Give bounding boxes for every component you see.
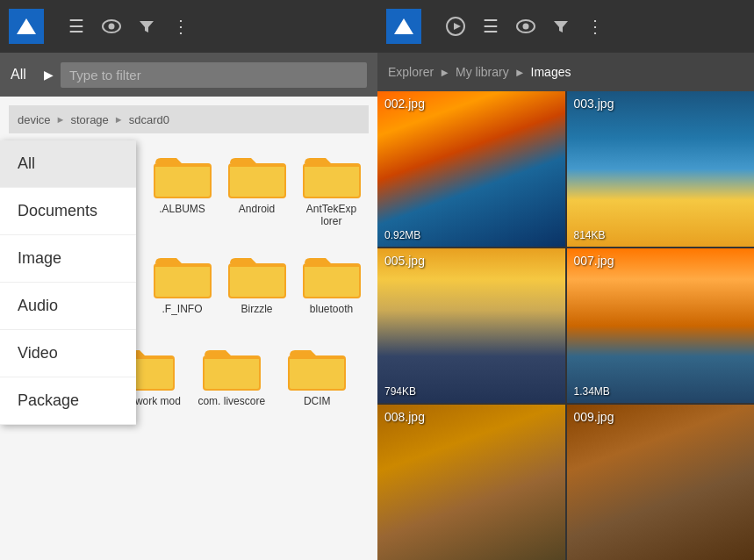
left-panel: ☰ ⋮ All ▶ device ► storage ► sdcard0 [0,0,377,560]
more-icon[interactable]: ⋮ [586,16,604,37]
breadcrumb-arrow-2: ► [514,66,526,79]
folder-icon [152,251,213,299]
dropdown-item-all[interactable]: All [0,140,136,188]
right-toolbar: ☰ ⋮ [377,0,754,53]
filter-label: All [11,67,37,83]
filter-input[interactable] [61,62,367,88]
image-label: 005.jpg [384,254,425,268]
folder-label: DCIM [304,395,331,407]
image-grid: 002.jpg 0.92MB 003.jpg 814KB 005.jpg 794… [377,91,754,560]
folder-label: .F_INFO [162,303,202,315]
eye-icon[interactable] [102,19,121,33]
filter-bar: All ▶ [0,53,377,97]
folder-icon [152,151,213,199]
folder-com-livescore[interactable]: com. livescore [189,338,275,426]
right-toolbar-icons: ☰ ⋮ [446,16,604,37]
folder-label: AntTekExp lorer [298,203,365,228]
folder-bluetooth[interactable]: bluetooth [294,246,369,320]
right-panel: ☰ ⋮ Explorer ► My library ► Images 002.j… [377,0,754,560]
image-size: 0.92MB [384,229,420,241]
breadcrumb-arrow-1: ► [439,66,450,79]
logo-triangle-icon [17,18,36,34]
dropdown-item-package[interactable]: Package [0,377,136,425]
image-003[interactable]: 003.jpg 814KB [567,91,755,247]
breadcrumb-sdcard: sdcard0 [129,113,169,126]
image-label: 002.jpg [384,97,425,111]
image-009[interactable]: 009.jpg [567,405,755,560]
folder-label: Android [239,203,275,215]
folder-label: bluetooth [310,303,353,315]
breadcrumb-explorer[interactable]: Explorer [388,65,434,79]
folder-birzzle[interactable]: Birzzle [219,246,294,320]
breadcrumb-arrow-1: ► [56,114,66,125]
folder-icon [286,343,348,391]
left-logo [9,9,44,44]
folder-finfo[interactable]: .F_INFO [145,246,219,320]
eye-icon[interactable] [516,19,535,33]
image-label: 007.jpg [574,254,614,268]
breadcrumb-storage: storage [70,113,108,126]
filter-icon[interactable] [553,19,569,33]
svg-marker-4 [454,23,461,30]
folder-icon [301,251,363,299]
image-007[interactable]: 007.jpg 1.34MB [567,248,755,404]
folder-albums[interactable]: .ALBUMS [145,146,219,233]
folder-label: .ALBUMS [159,203,205,215]
folder-label: com. livescore [197,395,265,407]
image-label: 009.jpg [574,410,614,424]
filter-dropdown: All Documents Image Audio Video Package [0,140,136,425]
right-breadcrumb: Explorer ► My library ► Images [377,53,754,91]
play-icon[interactable] [446,17,465,36]
dropdown-item-video[interactable]: Video [0,330,136,377]
svg-point-6 [523,24,529,30]
folder-icon [201,343,262,391]
image-002[interactable]: 002.jpg 0.92MB [377,91,565,247]
filter-icon[interactable] [139,19,154,33]
left-toolbar-icons: ☰ ⋮ [68,16,190,37]
dropdown-item-documents[interactable]: Documents [0,188,136,235]
right-logo [386,9,421,44]
image-label: 003.jpg [574,97,614,111]
folder-android[interactable]: Android [219,146,294,233]
copy-icon[interactable]: ☰ [68,16,84,37]
folder-icon [226,251,288,299]
image-008[interactable]: 008.jpg [377,405,565,560]
breadcrumb-images[interactable]: Images [531,65,571,79]
svg-marker-2 [140,21,154,32]
image-size: 814KB [574,229,606,241]
filter-dropdown-arrow[interactable]: ▶ [44,68,54,82]
logo-triangle-icon [394,18,413,34]
folder-label: Birzzle [241,303,272,315]
folder-anttek[interactable]: AntTekExp lorer [294,146,369,233]
more-icon[interactable]: ⋮ [172,16,190,37]
svg-marker-7 [554,21,568,32]
image-005[interactable]: 005.jpg 794KB [377,248,565,404]
svg-point-1 [109,24,115,30]
breadcrumb-mylibrary[interactable]: My library [456,65,509,79]
image-label: 008.jpg [384,410,425,424]
breadcrumb-arrow-2: ► [114,114,124,125]
left-toolbar: ☰ ⋮ [0,0,377,53]
copy-icon[interactable]: ☰ [483,16,499,37]
left-content-area: device ► storage ► sdcard0 .ALBUMS [0,97,377,560]
dropdown-item-audio[interactable]: Audio [0,283,136,330]
folder-icon [226,151,288,199]
folder-dcim[interactable]: DCIM [275,338,361,426]
breadcrumb-device: device [18,113,51,126]
image-size: 1.34MB [574,385,610,398]
dropdown-item-image[interactable]: Image [0,235,136,283]
image-size: 794KB [384,385,416,398]
folder-icon [301,151,363,199]
breadcrumb: device ► storage ► sdcard0 [9,105,369,133]
